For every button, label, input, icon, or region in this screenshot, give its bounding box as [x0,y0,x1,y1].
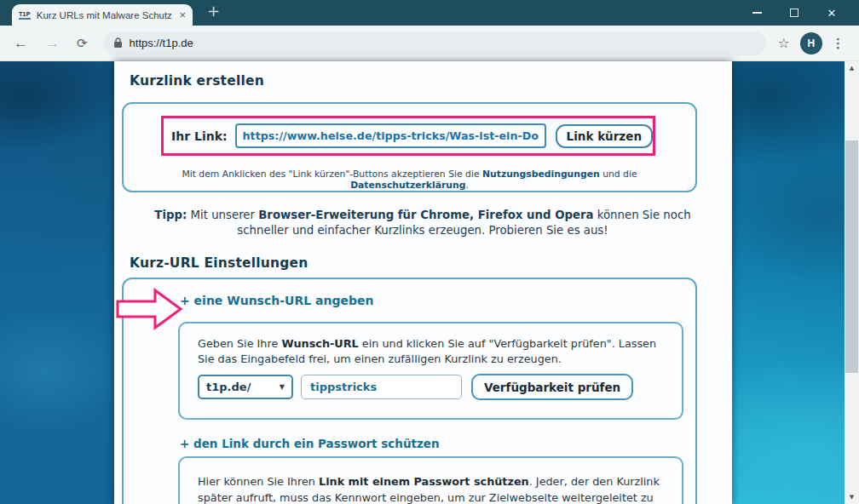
terms-text-pre: Mit dem Anklicken des "Link kürzen"-Butt… [182,169,482,180]
tipp-bold: Tipp: [154,209,187,221]
back-icon[interactable]: ← [14,36,28,50]
close-icon: ✕ [827,7,837,20]
window-close-button[interactable]: ✕ [813,0,850,26]
window-minimize-button[interactable] [738,0,775,26]
wunsch-url-box: Geben Sie Ihre Wunsch-URL ein und klicke… [178,322,683,420]
settings-panel: + eine Wunsch-URL angeben Geben Sie Ihre… [122,278,697,504]
password-protect-description: Hier können Sie Ihren Link mit einem Pas… [198,474,672,504]
bookmark-star-icon[interactable]: ☆ [778,35,790,51]
annotation-highlight-box: Ihr Link: Link kürzen [161,116,655,156]
password-desc-pre: Hier können Sie Ihren [198,475,319,488]
privacy-policy-link[interactable]: Datenschutzerklärung [350,180,465,191]
browser-toolbar: ← → ⟳ https://t1p.de ☆ H ⋮ [0,26,859,61]
profile-avatar[interactable]: H [800,32,822,54]
shorten-link-button[interactable]: Link kürzen [556,124,653,148]
password-desc-bold: Link mit einem Passwort schützen [319,475,529,488]
wunsch-desc-pre: Geben Sie Ihre [198,337,281,350]
custom-alias-input[interactable] [301,375,462,399]
terms-notice: Mit dem Anklicken des "Link kürzen"-Butt… [124,169,695,191]
window-controls: ✕ [738,0,850,26]
maximize-icon [790,9,798,17]
your-link-label: Ihr Link: [171,129,228,143]
address-bar[interactable]: https://t1p.de [103,32,766,55]
scrollbar-down-icon[interactable]: ▼ [845,494,859,501]
browser-extension-link[interactable]: Browser-Erweiterung für Chrome, Firefox … [258,209,593,221]
check-availability-button[interactable]: Verfügbarkeit prüfen [471,374,633,400]
minimize-icon [752,12,762,14]
wunsch-url-description: Geben Sie Ihre Wunsch-URL ein und klicke… [198,336,672,367]
wunsch-url-toggle-link[interactable]: + eine Wunsch-URL angeben [180,294,373,307]
browser-menu-icon[interactable]: ⋮ [832,36,845,51]
terms-of-use-link[interactable]: Nutzungsbedingungen [482,169,600,180]
browser-tab-bar: T1P Kurz URLs mit Malware Schutz & × + ✕ [0,0,859,26]
scrollbar-thumb[interactable] [845,140,858,373]
wunsch-url-controls: t1p.de/ ▼ Verfügbarkeit prüfen [198,374,633,400]
page-content: Kurzlink erstellen Ihr Link: Link kürzen… [114,61,732,504]
create-link-panel: Ihr Link: Link kürzen Mit dem Anklicken … [122,102,697,192]
tab-title: Kurz URLs mit Malware Schutz & [37,10,174,20]
chevron-down-icon: ▼ [280,383,285,391]
lock-icon [113,37,123,49]
terms-text-post: . [465,180,468,191]
background-water-right [732,61,845,504]
forward-icon: → [45,36,60,50]
domain-select-value: t1p.de/ [206,381,251,393]
url-text: https://t1p.de [130,37,193,49]
heading-kurz-url-einstellungen: Kurz-URL Einstellungen [130,255,308,271]
window-maximize-button[interactable] [775,0,813,26]
wunsch-desc-bold: Wunsch-URL [281,337,358,350]
page-scrollbar[interactable]: ▲ ▼ [845,61,859,504]
new-tab-button[interactable]: + [207,2,220,20]
tipp-text-1: Mit unserer [187,209,258,221]
terms-text-mid: und die [600,169,637,180]
scrollbar-up-icon[interactable]: ▲ [845,65,859,72]
domain-select[interactable]: t1p.de/ ▼ [198,375,293,399]
webpage-viewport: ▲ ▼ Kurzlink erstellen Ihr Link: Link kü… [0,61,859,504]
password-protect-toggle-link[interactable]: + den Link durch ein Passwort schützen [180,437,440,450]
heading-kurzlink-erstellen: Kurzlink erstellen [130,73,264,89]
annotation-arrow-icon [115,288,183,330]
background-water-left [0,61,114,504]
reload-icon[interactable]: ⟳ [77,37,88,49]
long-url-input[interactable] [235,123,546,148]
tipp-text: Tipp: Mit unserer Browser-Erweiterung fü… [141,208,704,238]
tab-close-icon[interactable]: × [179,9,186,21]
browser-tab[interactable]: T1P Kurz URLs mit Malware Schutz & × [12,4,193,26]
t1p-favicon-icon: T1P [19,11,31,20]
password-protect-box: Hier können Sie Ihren Link mit einem Pas… [178,456,683,504]
